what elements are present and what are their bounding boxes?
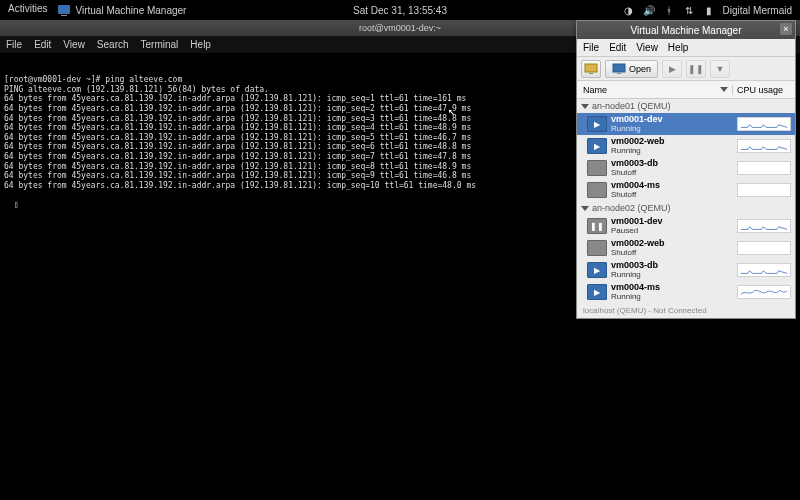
vm-state: Running [611,125,733,134]
vm-info: vm0003-dbRunning [611,261,733,280]
vm-status-icon: ▶ [587,284,607,300]
vmm-list-header: Name CPU usage [577,81,795,99]
vm-info: vm0001-devRunning [611,115,733,134]
term-menu-view[interactable]: View [63,39,85,50]
vmm-menu-edit[interactable]: Edit [609,42,626,53]
cpu-sparkline [737,139,791,153]
col-cpu[interactable]: CPU usage [733,85,795,95]
svg-rect-4 [613,64,625,72]
vmm-menu-file[interactable]: File [583,42,599,53]
svg-rect-1 [61,15,67,16]
col-name[interactable]: Name [577,85,733,95]
svg-rect-3 [589,73,593,74]
active-app-label: Virtual Machine Manager [75,5,186,16]
volume-icon[interactable]: 🔊 [643,4,655,16]
cpu-sparkline [737,241,791,255]
vm-info: vm0004-msShutoff [611,181,733,200]
battery-icon[interactable]: ▮ [703,4,715,16]
vmm-title: Virtual Machine Manager [631,25,742,36]
close-icon[interactable]: × [780,23,792,35]
vm-info: vm0003-dbShutoff [611,159,733,178]
accessibility-icon[interactable]: ◑ [623,4,635,16]
new-vm-button[interactable] [581,60,601,78]
vm-status-icon [587,182,607,198]
connection-group[interactable]: an-node02 (QEMU) [577,201,795,215]
bluetooth-icon[interactable]: ᚼ [663,4,675,16]
vm-state: Shutoff [611,249,733,258]
vm-state: Running [611,293,733,302]
activities-button[interactable]: Activities [8,3,47,17]
vm-row[interactable]: ▶vm0004-msRunning [577,281,795,303]
cpu-sparkline [737,219,791,233]
cpu-sparkline [737,117,791,131]
vm-info: vm0004-msRunning [611,283,733,302]
vm-status-icon: ❚❚ [587,218,607,234]
svg-rect-0 [58,5,70,14]
vm-info: vm0002-webShutoff [611,239,733,258]
vmm-menubar: File Edit View Help [577,39,795,57]
vm-row[interactable]: vm0003-dbShutoff [577,157,795,179]
mouse-cursor: ↖ [448,104,455,118]
open-label: Open [629,64,651,74]
cpu-sparkline [737,263,791,277]
pause-button[interactable]: ❚❚ [686,60,706,78]
clock[interactable]: Sat Dec 31, 13:55:43 [353,5,447,16]
vmm-titlebar[interactable]: Virtual Machine Manager × [577,21,795,39]
term-menu-terminal[interactable]: Terminal [141,39,179,50]
vm-state: Shutoff [611,169,733,178]
vmm-list: an-node01 (QEMU)▶vm0001-devRunning▶vm000… [577,99,795,303]
term-menu-file[interactable]: File [6,39,22,50]
vmm-toolbar: Open ▶ ❚❚ ▼ [577,57,795,81]
vm-row[interactable]: ▶vm0002-webRunning [577,135,795,157]
app-menu[interactable]: Virtual Machine Manager [57,3,186,17]
vm-state: Shutoff [611,191,733,200]
sort-indicator-icon [720,87,728,92]
term-menu-search[interactable]: Search [97,39,129,50]
vm-row[interactable]: vm0002-webShutoff [577,237,795,259]
vm-row[interactable]: ❚❚vm0001-devPaused [577,215,795,237]
network-icon[interactable]: ⇅ [683,4,695,16]
terminal-title: root@vm0001-dev:~ [359,23,441,33]
cpu-sparkline [737,161,791,175]
expand-icon [581,206,589,211]
user-menu[interactable]: Digital Mermaid [723,5,792,16]
svg-rect-2 [585,64,597,72]
vm-state: Running [611,271,733,280]
vmm-menu-help[interactable]: Help [668,42,689,53]
vm-status-icon [587,160,607,176]
term-menu-edit[interactable]: Edit [34,39,51,50]
shutdown-button[interactable]: ▼ [710,60,730,78]
cpu-sparkline [737,183,791,197]
group-label: an-node01 (QEMU) [592,101,671,111]
connection-disconnected[interactable]: localhost (QEMU) - Not Connected [577,303,795,318]
expand-icon [581,104,589,109]
cpu-sparkline [737,285,791,299]
group-label: an-node02 (QEMU) [592,203,671,213]
vm-info: vm0001-devPaused [611,217,733,236]
vm-row[interactable]: ▶vm0003-dbRunning [577,259,795,281]
vm-row[interactable]: vm0004-msShutoff [577,179,795,201]
monitor-icon [612,63,626,75]
connection-group[interactable]: an-node01 (QEMU) [577,99,795,113]
gnome-topbar: Activities Virtual Machine Manager Sat D… [0,0,800,20]
vm-status-icon: ▶ [587,116,607,132]
vm-state: Paused [611,227,733,236]
vmm-menu-view[interactable]: View [636,42,658,53]
vm-info: vm0002-webRunning [611,137,733,156]
vmm-window[interactable]: Virtual Machine Manager × File Edit View… [576,20,796,319]
vm-status-icon: ▶ [587,138,607,154]
vm-status-icon: ▶ [587,262,607,278]
vm-row[interactable]: ▶vm0001-devRunning [577,113,795,135]
monitor-icon [584,63,598,75]
term-menu-help[interactable]: Help [190,39,211,50]
vm-status-icon [587,240,607,256]
run-button[interactable]: ▶ [662,60,682,78]
svg-rect-5 [617,73,621,74]
vmm-logo-icon [57,3,71,17]
open-button[interactable]: Open [605,60,658,78]
terminal-cursor: ▯ [14,200,19,209]
vm-state: Running [611,147,733,156]
